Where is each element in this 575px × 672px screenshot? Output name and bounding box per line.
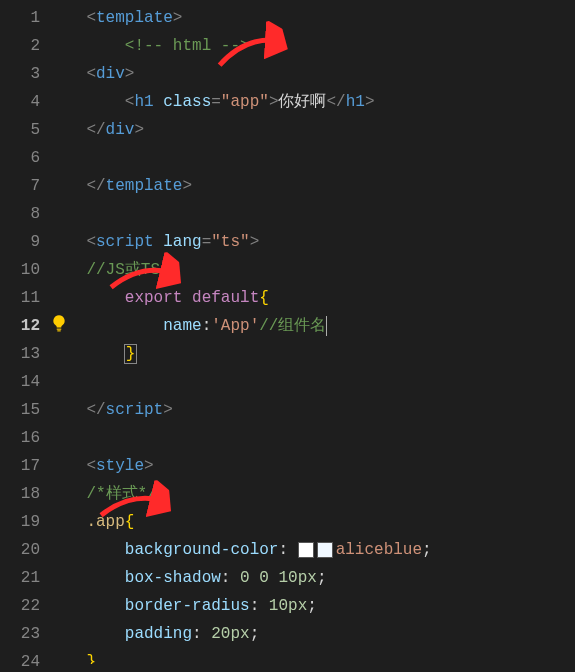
code-line[interactable] <box>48 200 575 228</box>
line-number: 20 <box>0 536 40 564</box>
code-line[interactable]: <h1 class="app">你好啊</h1> <box>48 88 575 116</box>
code-token: <!-- html --> <box>125 37 250 55</box>
color-swatch <box>298 542 314 558</box>
code-line[interactable]: <style> <box>48 452 575 480</box>
code-line[interactable]: </template> <box>48 172 575 200</box>
code-token: script <box>106 401 164 419</box>
code-line[interactable]: </script> <box>48 396 575 424</box>
code-token: </ <box>86 177 105 195</box>
code-line[interactable] <box>48 144 575 172</box>
code-token: < <box>86 233 96 251</box>
line-number: 19 <box>0 508 40 536</box>
code-token: padding <box>125 625 192 643</box>
code-line[interactable]: } <box>48 648 575 664</box>
line-number: 4 <box>0 88 40 116</box>
text-cursor <box>326 316 327 336</box>
code-token: > <box>144 457 154 475</box>
code-line[interactable]: <script lang="ts"> <box>48 228 575 256</box>
code-token: h1 <box>346 93 365 111</box>
code-line[interactable]: name:'App'//组件名 <box>48 312 575 340</box>
line-number: 6 <box>0 144 40 172</box>
code-token: : <box>221 569 240 587</box>
code-token: 0 <box>240 569 250 587</box>
code-token: ; <box>317 569 327 587</box>
code-token <box>182 289 192 307</box>
code-token: .app <box>86 513 124 531</box>
code-token: ; <box>307 597 317 615</box>
code-token: > <box>125 65 135 83</box>
code-token: : <box>192 625 211 643</box>
code-token <box>250 569 260 587</box>
code-line[interactable] <box>48 424 575 452</box>
lightbulb-icon[interactable] <box>50 314 68 332</box>
code-line[interactable] <box>48 368 575 396</box>
code-token: "app" <box>221 93 269 111</box>
code-line[interactable]: export default{ <box>48 284 575 312</box>
line-number: 8 <box>0 200 40 228</box>
line-number: 5 <box>0 116 40 144</box>
code-token: > <box>250 233 260 251</box>
code-editor[interactable]: 123456789101112131415161718192021222324 … <box>0 0 575 672</box>
code-line[interactable]: background-color: aliceblue; <box>48 536 575 564</box>
code-token: } <box>86 653 96 664</box>
svg-rect-1 <box>57 330 60 331</box>
color-swatch <box>317 542 333 558</box>
line-number: 22 <box>0 592 40 620</box>
code-token: { <box>125 513 135 531</box>
code-token: : <box>202 317 212 335</box>
code-token: > <box>163 401 173 419</box>
code-token: box-shadow <box>125 569 221 587</box>
line-number-gutter: 123456789101112131415161718192021222324 <box>0 0 48 672</box>
line-number: 3 <box>0 60 40 88</box>
code-token: aliceblue <box>336 541 422 559</box>
code-token: : <box>250 597 269 615</box>
code-line[interactable]: .app{ <box>48 508 575 536</box>
code-token: background-color <box>125 541 279 559</box>
code-token: style <box>96 457 144 475</box>
code-token: = <box>202 233 212 251</box>
line-number: 18 <box>0 480 40 508</box>
code-line[interactable]: /*样式*/ <box>48 480 575 508</box>
code-token: > <box>365 93 375 111</box>
line-number: 17 <box>0 452 40 480</box>
line-number: 7 <box>0 172 40 200</box>
code-line[interactable]: <template> <box>48 4 575 32</box>
line-number: 11 <box>0 284 40 312</box>
code-line[interactable]: </div> <box>48 116 575 144</box>
code-token: < <box>125 93 135 111</box>
code-token: } <box>124 344 138 364</box>
code-token: //组件名 <box>259 317 326 335</box>
line-number: 2 <box>0 32 40 60</box>
code-token: < <box>86 65 96 83</box>
code-token: : <box>278 541 297 559</box>
code-token: template <box>96 9 173 27</box>
code-token: lang <box>163 233 201 251</box>
code-token: ; <box>422 541 432 559</box>
code-line[interactable]: padding: 20px; <box>48 620 575 648</box>
code-token <box>154 93 164 111</box>
code-token: 'App' <box>211 317 259 335</box>
code-token: < <box>86 457 96 475</box>
code-token: 0 <box>259 569 269 587</box>
code-token: 10px <box>278 569 316 587</box>
code-line[interactable]: } <box>48 340 575 368</box>
line-number: 24 <box>0 648 40 664</box>
code-token: class <box>163 93 211 111</box>
line-number: 12 <box>0 312 40 340</box>
code-line[interactable]: <div> <box>48 60 575 88</box>
line-number: 21 <box>0 564 40 592</box>
code-line[interactable]: box-shadow: 0 0 10px; <box>48 564 575 592</box>
code-line[interactable]: <!-- html --> <box>48 32 575 60</box>
code-token: </ <box>86 121 105 139</box>
code-token: 20px <box>211 625 249 643</box>
code-line[interactable]: border-radius: 10px; <box>48 592 575 620</box>
line-number: 16 <box>0 424 40 452</box>
code-content[interactable]: <template> <!-- html --> <div> <h1 class… <box>48 0 575 672</box>
code-line[interactable]: //JS或TS <box>48 256 575 284</box>
line-number: 13 <box>0 340 40 368</box>
code-token: "ts" <box>211 233 249 251</box>
code-token: template <box>106 177 183 195</box>
code-token: //JS或TS <box>86 261 160 279</box>
code-token: { <box>259 289 269 307</box>
line-number: 23 <box>0 620 40 648</box>
